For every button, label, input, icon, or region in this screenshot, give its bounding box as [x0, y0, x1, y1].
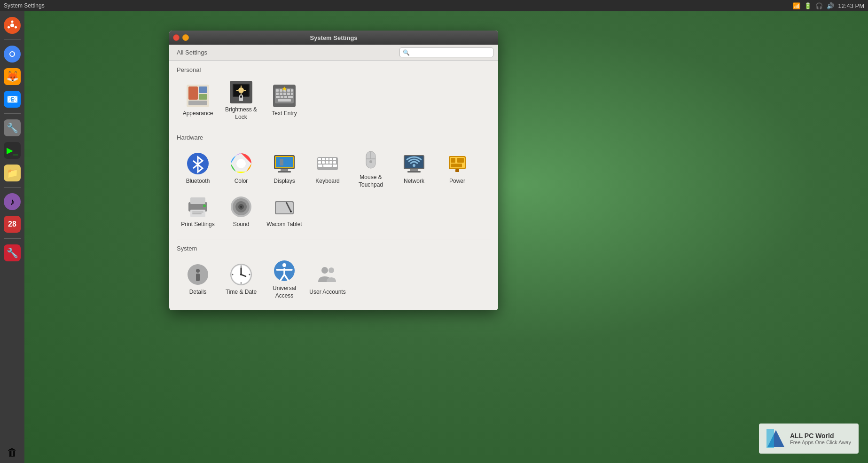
- time-date-icon: [230, 263, 252, 286]
- text-entry-label: Text Entry: [272, 110, 297, 118]
- details-icon: [187, 263, 209, 286]
- brightness-lock-label: Brightness & Lock: [222, 106, 260, 121]
- svg-rect-33: [291, 93, 293, 95]
- settings-item-color[interactable]: Color: [220, 148, 262, 190]
- minimize-button[interactable]: [182, 34, 189, 41]
- settings-item-wacom-tablet[interactable]: Wacom Tablet: [263, 191, 305, 233]
- svg-rect-76: [457, 158, 464, 163]
- text-entry-icon: [273, 85, 296, 107]
- settings-item-universal-access[interactable]: Universal Access: [263, 259, 305, 301]
- headphone-icon: 🎧: [815, 2, 823, 9]
- svg-point-113: [328, 267, 334, 273]
- svg-rect-53: [326, 158, 328, 160]
- svg-point-102: [249, 274, 250, 275]
- svg-rect-78: [455, 169, 459, 172]
- sidebar-item-files[interactable]: 📁: [2, 163, 23, 183]
- svg-point-84: [203, 204, 206, 207]
- sidebar-divider-3: [4, 187, 21, 188]
- svg-rect-49: [280, 159, 283, 165]
- watermark: ALL PC World Free Apps One Click Away: [759, 424, 859, 454]
- settings-item-sound[interactable]: Sound: [220, 191, 262, 233]
- power-label: Power: [449, 178, 465, 185]
- window-title: System Settings: [310, 34, 357, 41]
- sidebar-item-firefox[interactable]: 🦊: [2, 66, 23, 87]
- svg-rect-37: [288, 96, 293, 98]
- svg-rect-29: [276, 93, 279, 95]
- sidebar-item-ubuntu[interactable]: [2, 15, 23, 36]
- keyboard-icon: [316, 152, 339, 175]
- settings-item-user-accounts[interactable]: User Accounts: [306, 259, 349, 301]
- svg-point-104: [232, 274, 234, 275]
- sidebar-item-chromium[interactable]: [2, 44, 23, 64]
- close-button[interactable]: [173, 34, 180, 41]
- sidebar-item-music[interactable]: ♪: [2, 191, 23, 212]
- sidebar-item-tools[interactable]: 🔧: [2, 243, 23, 263]
- sidebar: 🦊 📧 🔧 ▶_ 📁: [0, 11, 24, 463]
- svg-rect-31: [283, 93, 286, 95]
- print-settings-icon: [187, 196, 209, 218]
- svg-rect-21: [239, 98, 243, 101]
- svg-rect-70: [410, 169, 418, 171]
- details-label: Details: [189, 289, 207, 296]
- topbar: System Settings 📶 🔋 🎧 🔊 12:43 PM: [0, 0, 868, 11]
- sidebar-item-wrench[interactable]: 🔧: [2, 118, 23, 138]
- settings-item-time-date[interactable]: Time & Date: [220, 259, 262, 301]
- system-items-grid: Details: [177, 259, 491, 301]
- watermark-text-block: ALL PC World Free Apps One Click Away: [790, 432, 851, 445]
- settings-content: Personal Appearance: [169, 61, 498, 310]
- divider-system: [177, 240, 491, 240]
- settings-item-keyboard[interactable]: Keyboard: [306, 148, 349, 190]
- sidebar-divider-2: [4, 113, 21, 114]
- settings-item-brightness-lock[interactable]: Brightness & Lock: [220, 80, 262, 122]
- color-icon: [230, 152, 252, 175]
- svg-rect-55: [333, 158, 336, 160]
- settings-item-appearance[interactable]: Appearance: [177, 80, 219, 122]
- svg-point-3: [15, 26, 17, 29]
- svg-rect-11: [199, 94, 207, 100]
- svg-rect-46: [278, 171, 291, 173]
- svg-point-89: [240, 206, 242, 208]
- svg-rect-63: [333, 165, 337, 167]
- sidebar-item-calendar[interactable]: 28: [2, 214, 23, 235]
- settings-item-print-settings[interactable]: Print Settings: [177, 191, 219, 233]
- network-label: Network: [404, 178, 424, 185]
- universal-access-icon: [273, 259, 296, 282]
- battery-icon: 🔋: [804, 2, 812, 9]
- all-settings-button[interactable]: All Settings: [174, 48, 210, 57]
- svg-point-105: [240, 274, 242, 275]
- svg-rect-56: [318, 161, 321, 164]
- desktop: System Settings 📶 🔋 🎧 🔊 12:43 PM 🦊: [0, 0, 868, 463]
- section-hardware-title: Hardware: [177, 134, 491, 143]
- topbar-title: System Settings: [4, 2, 45, 9]
- universal-access-label: Universal Access: [265, 285, 304, 299]
- color-label: Color: [235, 178, 248, 185]
- svg-rect-9: [188, 86, 198, 100]
- svg-rect-75: [451, 158, 455, 163]
- sidebar-item-terminal[interactable]: ▶_: [2, 140, 23, 161]
- svg-rect-45: [281, 169, 288, 171]
- sidebar-item-trash[interactable]: 🗑: [2, 442, 23, 463]
- displays-label: Displays: [274, 178, 295, 185]
- bluetooth-label: Bluetooth: [186, 178, 210, 185]
- svg-rect-52: [322, 158, 325, 160]
- svg-rect-54: [329, 158, 332, 160]
- svg-rect-28: [291, 89, 293, 92]
- svg-rect-35: [281, 96, 283, 98]
- settings-item-details[interactable]: Details: [177, 259, 219, 301]
- sidebar-item-thunderbird[interactable]: 📧: [2, 89, 23, 110]
- settings-item-mouse-touchpad[interactable]: Mouse & Touchpad: [350, 148, 392, 190]
- watermark-logo-icon: [766, 429, 785, 448]
- svg-point-16: [238, 87, 244, 93]
- search-input[interactable]: [412, 49, 487, 56]
- svg-rect-115: [766, 429, 774, 448]
- svg-rect-27: [287, 89, 290, 92]
- svg-marker-48: [276, 157, 293, 167]
- settings-item-text-entry[interactable]: Text Entry: [263, 80, 305, 122]
- svg-rect-82: [192, 212, 203, 212]
- settings-item-power[interactable]: Power: [436, 148, 478, 190]
- svg-rect-30: [280, 93, 282, 95]
- settings-item-displays[interactable]: Displays: [263, 148, 305, 190]
- settings-item-network[interactable]: Network: [393, 148, 435, 190]
- mouse-touchpad-label: Mouse & Touchpad: [352, 174, 390, 188]
- settings-item-bluetooth[interactable]: Bluetooth: [177, 148, 219, 190]
